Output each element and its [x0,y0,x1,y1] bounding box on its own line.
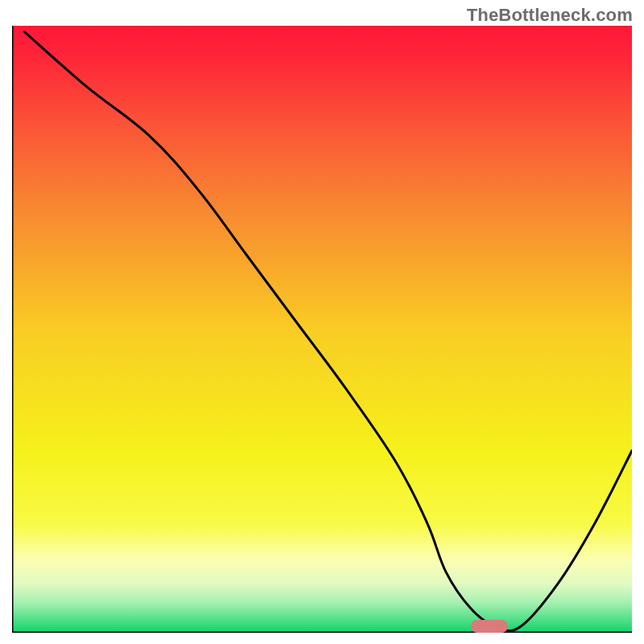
chart-stage: TheBottleneck.com [0,0,644,644]
watermark-text: TheBottleneck.com [467,5,633,26]
optimal-marker [471,620,508,633]
chart-background [12,26,632,633]
chart-plot [12,26,632,633]
chart-svg [12,26,632,633]
